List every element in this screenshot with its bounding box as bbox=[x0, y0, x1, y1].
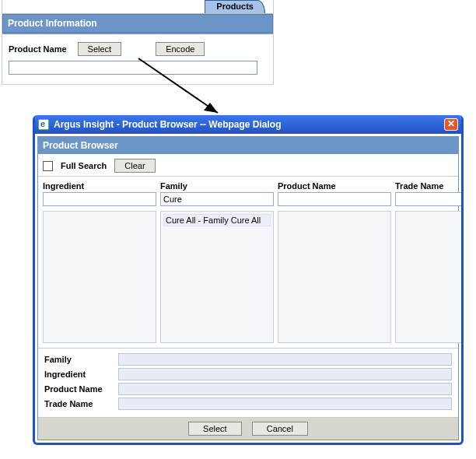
dialog-window-title: Argus Insight - Product Browser -- Webpa… bbox=[54, 119, 439, 130]
detail-trade-name-value bbox=[118, 398, 452, 410]
panel-title: Product Information bbox=[2, 14, 273, 33]
col-family-header: Family bbox=[160, 180, 274, 192]
dialog-titlebar: Argus Insight - Product Browser -- Webpa… bbox=[35, 115, 461, 134]
col-ingredient: Ingredient bbox=[43, 180, 156, 343]
panel-body: Product Name Select Encode bbox=[2, 33, 273, 84]
dialog-select-button[interactable]: Select bbox=[188, 422, 242, 436]
detail-product-name-label: Product Name bbox=[44, 384, 118, 394]
col-trade-name-header: Trade Name bbox=[395, 180, 464, 192]
detail-ingredient-label: Ingredient bbox=[44, 370, 118, 379]
tab-products[interactable]: Products bbox=[205, 0, 265, 13]
trade-name-search-input[interactable] bbox=[395, 192, 464, 206]
family-search-input[interactable] bbox=[160, 192, 274, 206]
product-name-label: Product Name bbox=[9, 44, 67, 54]
close-icon[interactable]: ✕ bbox=[444, 118, 458, 131]
search-bar: Full Search Clear bbox=[38, 154, 458, 177]
clear-button[interactable]: Clear bbox=[114, 159, 155, 173]
browse-grid: Ingredient Family Cure All - Family Cure… bbox=[38, 177, 458, 349]
detail-product-name-value bbox=[118, 383, 452, 395]
ie-icon bbox=[38, 119, 49, 130]
product-name-list[interactable] bbox=[278, 211, 391, 343]
encode-button[interactable]: Encode bbox=[156, 42, 205, 56]
select-button[interactable]: Select bbox=[78, 42, 122, 56]
col-ingredient-header: Ingredient bbox=[43, 180, 156, 192]
full-search-label: Full Search bbox=[61, 161, 107, 170]
detail-family-label: Family bbox=[44, 355, 118, 364]
product-name-input[interactable] bbox=[9, 61, 257, 75]
col-trade-name: Trade Name bbox=[395, 180, 464, 343]
details-panel: Family Ingredient Product Name Trade Nam… bbox=[38, 349, 458, 418]
product-name-search-input[interactable] bbox=[278, 192, 391, 206]
tab-bar: Products bbox=[2, 0, 273, 14]
svg-marker-1 bbox=[204, 103, 218, 113]
full-search-checkbox[interactable] bbox=[43, 161, 53, 171]
dialog-header: Product Browser bbox=[38, 137, 458, 154]
dialog-button-bar: Select Cancel bbox=[38, 418, 458, 440]
col-product-name-header: Product Name bbox=[278, 180, 391, 192]
ingredient-search-input[interactable] bbox=[43, 192, 156, 206]
detail-trade-name-label: Trade Name bbox=[44, 399, 118, 408]
detail-ingredient-value bbox=[118, 368, 452, 380]
product-browser-dialog: Argus Insight - Product Browser -- Webpa… bbox=[33, 115, 464, 445]
detail-family-value bbox=[118, 353, 452, 366]
product-info-panel: Products Product Information Product Nam… bbox=[2, 0, 274, 85]
col-family: Family Cure All - Family Cure All bbox=[160, 180, 274, 343]
col-product-name: Product Name bbox=[278, 180, 391, 343]
trade-name-list[interactable] bbox=[395, 211, 464, 343]
list-item[interactable]: Cure All - Family Cure All bbox=[163, 214, 271, 226]
dialog-cancel-button[interactable]: Cancel bbox=[252, 422, 308, 436]
family-list[interactable]: Cure All - Family Cure All bbox=[160, 211, 274, 343]
ingredient-list[interactable] bbox=[43, 211, 156, 343]
